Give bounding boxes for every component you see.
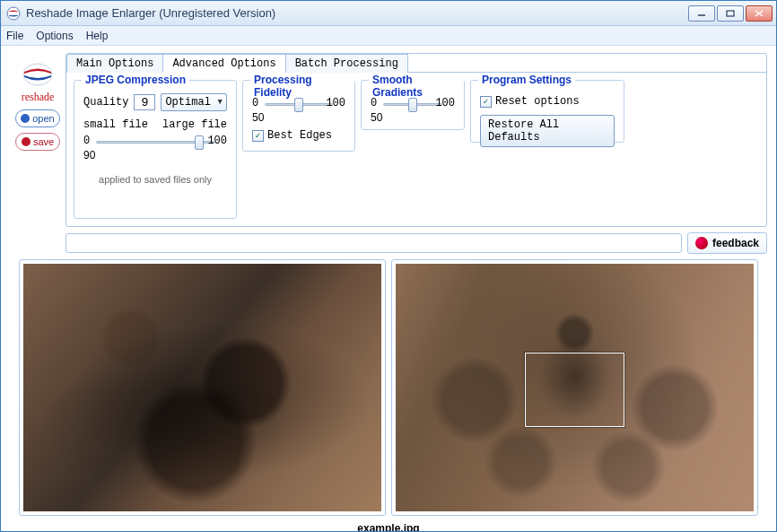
quality-preset-value: Optimal [165, 96, 210, 109]
menu-options[interactable]: Options [36, 30, 73, 42]
checkbox-icon: ✓ [480, 96, 492, 108]
feedback-label: feedback [712, 237, 759, 249]
tabs: Main Options Advanced Options Batch Proc… [66, 53, 766, 73]
fidelity-slider-value: 50 [252, 111, 345, 124]
zoomed-image [23, 264, 381, 511]
group-program-settings: Program Settings ✓ Reset options Restore… [470, 80, 624, 143]
jpeg-slider-thumb[interactable] [195, 135, 204, 150]
save-button[interactable]: save [15, 133, 60, 151]
group-jpeg-compression: JPEG Compression Quality Optimal ▼ small… [74, 80, 237, 219]
open-icon [21, 114, 30, 123]
smooth-slider-value: 50 [371, 111, 455, 124]
fidelity-slider[interactable]: 0 100 [252, 97, 345, 111]
maximize-button[interactable] [717, 5, 744, 22]
menu-help[interactable]: Help [86, 30, 109, 42]
smooth-slider-max: 100 [435, 97, 455, 109]
quality-label: Quality [83, 96, 128, 109]
best-edges-checkbox[interactable]: ✓ Best Edges [252, 129, 345, 142]
jpeg-hint: applied to saved files only [83, 174, 227, 185]
brand-name: reshade [22, 91, 55, 104]
small-file-label: small file [83, 118, 148, 131]
jpeg-slider-min: 0 [83, 135, 90, 147]
smooth-slider-min: 0 [371, 97, 377, 109]
restore-defaults-label: Restore All Defaults [488, 118, 559, 144]
tab-advanced-options[interactable]: Advanced Options [162, 54, 285, 73]
checkbox-icon: ✓ [252, 130, 264, 142]
preview-zoomed[interactable] [19, 259, 386, 516]
menu-file[interactable]: File [6, 30, 23, 42]
sidebar: reshade open save [12, 62, 64, 151]
open-label: open [32, 113, 54, 124]
selection-box[interactable] [525, 353, 625, 427]
chevron-down-icon: ▼ [218, 98, 223, 107]
save-label: save [33, 136, 54, 147]
reset-options-label: Reset options [495, 95, 580, 108]
smooth-legend: Smooth Gradients [369, 74, 464, 99]
minimize-button[interactable] [688, 5, 715, 22]
restore-defaults-button[interactable]: Restore All Defaults [480, 115, 615, 147]
fidelity-slider-thumb[interactable] [294, 98, 303, 112]
fidelity-legend: Processing Fidelity [250, 74, 354, 99]
bug-icon [695, 237, 708, 249]
group-smooth-gradients: Smooth Gradients 0 100 50 [361, 80, 465, 130]
jpeg-legend: JPEG Compression [82, 74, 189, 86]
reshade-logo-icon [20, 62, 56, 87]
options-panel: Main Options Advanced Options Batch Proc… [65, 53, 767, 227]
fidelity-slider-max: 100 [326, 97, 345, 109]
best-edges-label: Best Edges [267, 129, 332, 142]
jpeg-slider-value: 90 [83, 149, 227, 161]
feedback-button[interactable]: feedback [687, 232, 767, 254]
fidelity-slider-min: 0 [252, 97, 258, 109]
svg-point-5 [23, 64, 52, 85]
svg-point-0 [7, 7, 20, 20]
quality-input[interactable] [134, 94, 155, 110]
filename-label: example.jpg [10, 519, 767, 532]
quality-preset-dropdown[interactable]: Optimal ▼ [161, 93, 227, 111]
jpeg-slider[interactable]: 0 100 [83, 135, 227, 149]
settings-legend: Program Settings [478, 74, 575, 86]
menubar: File Options Help [1, 26, 776, 46]
save-icon [22, 137, 31, 146]
smooth-slider[interactable]: 0 100 [371, 97, 455, 111]
status-field [65, 233, 682, 253]
large-file-label: large file [162, 118, 227, 131]
close-button[interactable] [746, 5, 773, 22]
smooth-slider-thumb[interactable] [408, 98, 417, 112]
window-title: Reshade Image Enlarger (Unregistered Ver… [26, 6, 688, 20]
reset-options-checkbox[interactable]: ✓ Reset options [480, 95, 615, 108]
app-icon [6, 6, 21, 21]
titlebar: Reshade Image Enlarger (Unregistered Ver… [1, 1, 776, 26]
svg-rect-2 [727, 11, 734, 16]
preview-full[interactable] [391, 259, 758, 516]
open-button[interactable]: open [15, 109, 60, 127]
group-processing-fidelity: Processing Fidelity 0 100 50 ✓ Best Edge… [242, 80, 355, 152]
tab-batch-processing[interactable]: Batch Processing [285, 54, 408, 73]
jpeg-slider-max: 100 [207, 135, 227, 147]
tab-main-options[interactable]: Main Options [66, 54, 163, 73]
